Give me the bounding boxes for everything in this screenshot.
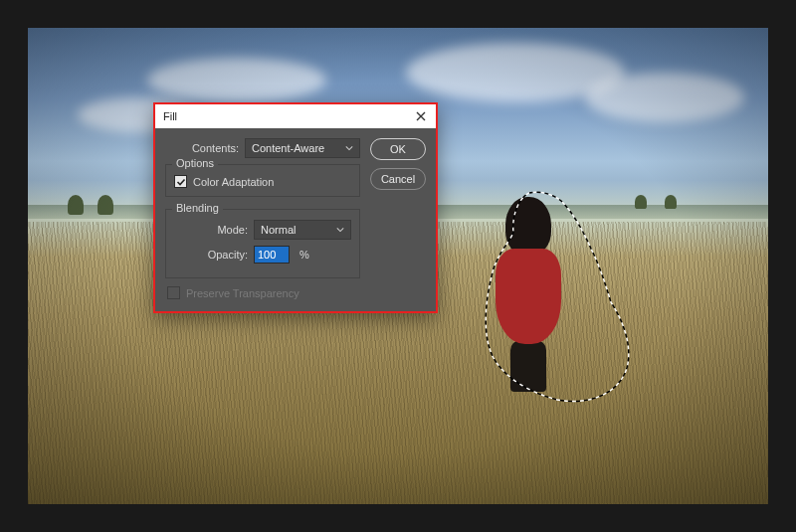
fill-dialog: Fill Contents: Content-Aware Options Col…: [153, 102, 438, 313]
check-icon: [176, 177, 186, 187]
chevron-down-icon: [345, 144, 353, 152]
opacity-label: Opacity:: [174, 249, 248, 261]
blending-title: Blending: [172, 202, 223, 214]
options-title: Options: [172, 157, 218, 169]
contents-value: Content-Aware: [252, 142, 324, 154]
options-group: Options Color Adaptation: [165, 164, 360, 197]
subject-figure: [484, 197, 573, 396]
dialog-titlebar[interactable]: Fill: [155, 104, 436, 128]
mode-dropdown[interactable]: Normal: [254, 220, 351, 240]
contents-dropdown[interactable]: Content-Aware: [245, 138, 360, 158]
tree-icon: [68, 195, 84, 215]
preserve-transparency-row: Preserve Transparency: [165, 286, 360, 299]
preserve-transparency-checkbox: [167, 286, 180, 299]
tree-icon: [98, 195, 113, 215]
chevron-down-icon: [336, 226, 344, 234]
sky-cloud: [585, 73, 744, 122]
opacity-input[interactable]: [254, 246, 290, 264]
color-adaptation-label: Color Adaptation: [193, 176, 274, 188]
cancel-button[interactable]: Cancel: [370, 168, 426, 190]
tree-icon: [635, 195, 647, 209]
sky-cloud: [147, 58, 326, 102]
color-adaptation-checkbox[interactable]: [174, 175, 187, 188]
mode-value: Normal: [261, 224, 296, 236]
mode-label: Mode:: [174, 224, 248, 236]
contents-label: Contents:: [165, 142, 239, 154]
dialog-title: Fill: [163, 110, 177, 122]
opacity-unit: %: [296, 249, 309, 261]
blending-group: Blending Mode: Normal Opacity: %: [165, 209, 360, 278]
tree-icon: [665, 195, 677, 209]
preserve-transparency-label: Preserve Transparency: [186, 287, 299, 299]
ok-button[interactable]: OK: [370, 138, 426, 160]
close-icon[interactable]: [414, 109, 428, 123]
